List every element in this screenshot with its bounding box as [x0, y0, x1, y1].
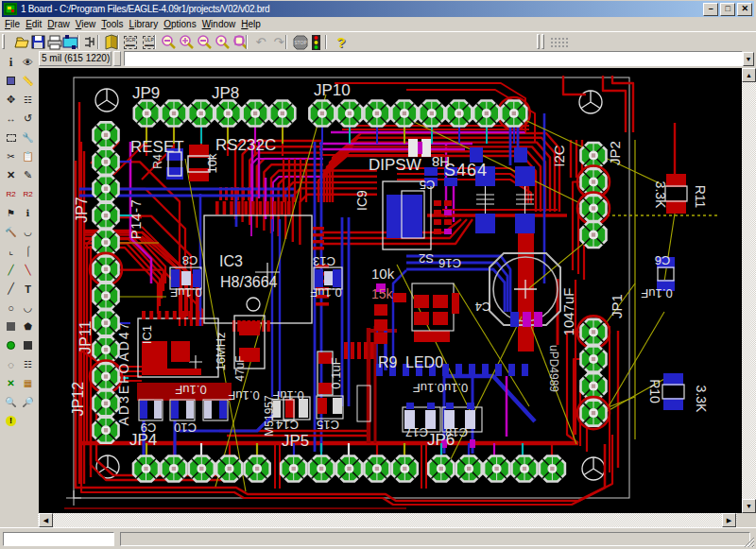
svg-text:uPD4989: uPD4989: [547, 345, 560, 392]
svg-text:JP7: JP7: [74, 197, 90, 223]
svg-text:STOP: STOP: [294, 40, 307, 45]
svg-text:15k: 15k: [371, 286, 394, 301]
svg-text:10k: 10k: [205, 153, 219, 173]
svg-text:C17: C17: [405, 425, 428, 439]
svg-text:0.1uF: 0.1uF: [641, 286, 672, 300]
svg-text:3.3K: 3.3K: [694, 386, 709, 413]
svg-text:RS232C: RS232C: [215, 136, 276, 154]
svg-text:IC9: IC9: [354, 190, 369, 211]
svg-text:H8/3664: H8/3664: [220, 274, 278, 290]
svg-text:47uF: 47uF: [233, 355, 247, 381]
svg-text:R11: R11: [693, 185, 708, 209]
svg-text:0.1uF: 0.1uF: [272, 388, 303, 403]
svg-text:JP1: JP1: [609, 294, 625, 318]
svg-text:1047uF: 1047uF: [560, 288, 576, 336]
svg-text:LED0: LED0: [405, 354, 443, 370]
svg-text:0.1uF: 0.1uF: [228, 388, 259, 403]
svg-text:R4: R4: [151, 154, 164, 169]
svg-text:10k: 10k: [371, 266, 395, 282]
svg-text:IC3: IC3: [219, 253, 243, 269]
svg-text:JP5: JP5: [282, 432, 309, 450]
svg-text:JP12: JP12: [70, 382, 86, 417]
svg-text:I2C: I2C: [551, 145, 567, 167]
svg-text:C15: C15: [317, 418, 339, 432]
svg-text:R10: R10: [647, 379, 662, 403]
svg-text:JP4: JP4: [129, 431, 157, 449]
svg-text:JP9: JP9: [132, 84, 160, 102]
svg-text:H8: H8: [432, 154, 450, 170]
svg-text:JP2: JP2: [607, 141, 623, 165]
svg-text:JP10: JP10: [314, 81, 351, 99]
svg-text:RESET: RESET: [130, 138, 184, 156]
svg-text:C13: C13: [313, 254, 335, 268]
svg-text:IC1: IC1: [140, 325, 154, 344]
svg-text:3.3K: 3.3K: [653, 181, 668, 209]
svg-text:JP6: JP6: [427, 431, 455, 449]
svg-text:C6: C6: [655, 253, 671, 267]
svg-text:C8: C8: [182, 253, 198, 267]
svg-text:P14-7: P14-7: [128, 199, 144, 240]
svg-text:AD3EFOAD47: AD3EFOAD47: [116, 320, 131, 425]
svg-text:JP11: JP11: [77, 320, 94, 353]
svg-text:C10: C10: [174, 420, 197, 435]
svg-text:0.1uF: 0.1uF: [310, 285, 341, 300]
svg-text:C14: C14: [276, 418, 299, 432]
svg-text:0.1uF: 0.1uF: [329, 357, 343, 388]
svg-text:R9: R9: [378, 354, 398, 370]
svg-text:DIPSW: DIPSW: [369, 156, 421, 174]
svg-text:16MHz: 16MHz: [214, 332, 228, 370]
svg-text:0.1uF: 0.1uF: [170, 285, 201, 300]
svg-text:C4: C4: [475, 300, 491, 314]
svg-text:JP8: JP8: [212, 84, 239, 102]
svg-text:0.1uF: 0.1uF: [175, 383, 206, 397]
svg-text:0.1u0.1uF: 0.1u0.1uF: [413, 381, 469, 395]
svg-text:S2: S2: [419, 251, 434, 266]
svg-text:C16: C16: [438, 256, 461, 270]
svg-text:C5: C5: [420, 178, 436, 192]
